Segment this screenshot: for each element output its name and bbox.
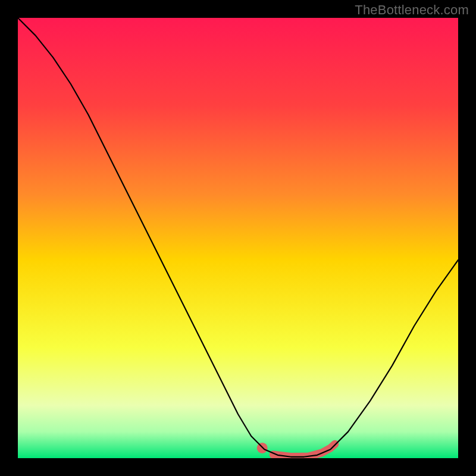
gradient-background (18, 18, 458, 458)
watermark-label: TheBottleneck.com (355, 2, 469, 18)
chart-svg (18, 18, 458, 458)
plot-area (18, 18, 458, 458)
chart-frame: TheBottleneck.com (0, 0, 476, 476)
